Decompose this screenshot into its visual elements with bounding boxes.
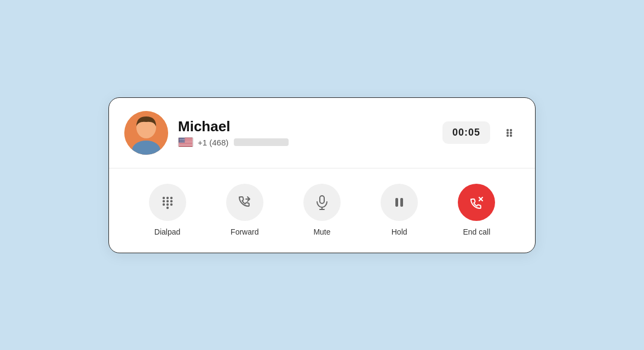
svg-point-50 xyxy=(162,196,164,199)
us-flag-icon xyxy=(178,137,193,147)
svg-point-31 xyxy=(183,140,183,141)
svg-point-53 xyxy=(162,200,164,202)
svg-point-48 xyxy=(507,134,509,136)
svg-rect-63 xyxy=(395,198,398,207)
svg-point-18 xyxy=(181,139,181,139)
call-header-right: 00:05 xyxy=(442,121,520,144)
svg-rect-64 xyxy=(400,198,403,207)
caller-number: +1 (468) xyxy=(178,137,433,147)
hold-label: Hold xyxy=(392,228,407,236)
svg-point-45 xyxy=(510,129,512,131)
svg-point-55 xyxy=(170,200,172,202)
svg-point-32 xyxy=(183,140,184,141)
svg-rect-60 xyxy=(320,196,324,203)
svg-point-52 xyxy=(170,196,172,199)
svg-point-23 xyxy=(180,139,181,140)
svg-point-54 xyxy=(166,200,168,202)
svg-point-22 xyxy=(179,139,180,140)
svg-point-57 xyxy=(166,203,168,205)
svg-point-36 xyxy=(182,141,183,142)
mute-label: Mute xyxy=(313,228,330,236)
svg-point-11 xyxy=(179,138,180,139)
svg-point-28 xyxy=(180,140,180,141)
svg-point-27 xyxy=(184,139,185,140)
svg-point-38 xyxy=(184,141,185,142)
svg-point-58 xyxy=(170,203,172,205)
dialpad-label: Dialpad xyxy=(154,228,180,236)
avatar xyxy=(124,111,168,155)
mute-button[interactable] xyxy=(303,184,341,221)
svg-point-43 xyxy=(183,142,184,142)
mute-icon xyxy=(315,195,329,210)
svg-point-16 xyxy=(184,138,185,139)
svg-point-30 xyxy=(182,140,182,141)
svg-point-35 xyxy=(181,141,182,142)
svg-point-44 xyxy=(507,129,509,131)
forward-button[interactable] xyxy=(226,184,263,221)
svg-rect-8 xyxy=(179,144,193,144)
svg-point-24 xyxy=(181,139,182,140)
svg-point-40 xyxy=(181,142,181,142)
svg-point-12 xyxy=(180,138,181,139)
svg-point-47 xyxy=(510,131,512,133)
svg-point-21 xyxy=(183,139,184,139)
svg-point-59 xyxy=(166,206,168,208)
svg-rect-7 xyxy=(179,143,193,143)
svg-point-49 xyxy=(510,134,512,136)
caller-info: Michael xyxy=(178,118,433,147)
forward-icon xyxy=(237,195,253,210)
svg-point-51 xyxy=(166,196,168,199)
caller-name: Michael xyxy=(178,118,433,135)
svg-point-19 xyxy=(182,139,182,139)
call-actions: Dialpad Forward xyxy=(109,168,535,253)
hold-action[interactable]: Hold xyxy=(381,184,418,236)
svg-point-34 xyxy=(180,141,181,142)
svg-point-37 xyxy=(183,141,183,142)
forward-action[interactable]: Forward xyxy=(226,184,263,236)
svg-point-14 xyxy=(182,138,183,139)
end-call-action[interactable]: End call xyxy=(458,184,495,236)
svg-point-41 xyxy=(182,142,182,142)
mute-action[interactable]: Mute xyxy=(303,184,341,236)
svg-point-33 xyxy=(179,141,180,142)
dialpad-action[interactable]: Dialpad xyxy=(149,184,186,236)
svg-point-39 xyxy=(180,142,180,142)
svg-rect-9 xyxy=(179,145,193,146)
svg-point-17 xyxy=(180,139,180,139)
end-call-button[interactable] xyxy=(458,184,495,221)
svg-point-29 xyxy=(181,140,181,141)
end-call-icon xyxy=(468,195,485,210)
end-call-label: End call xyxy=(463,228,490,236)
hold-icon xyxy=(392,195,406,210)
svg-point-46 xyxy=(507,131,509,133)
svg-point-56 xyxy=(162,203,164,205)
svg-point-42 xyxy=(183,142,183,142)
dialpad-icon xyxy=(160,195,175,210)
more-options-icon xyxy=(503,127,515,139)
more-menu-button[interactable] xyxy=(499,125,520,141)
call-timer: 00:05 xyxy=(442,121,490,144)
svg-point-15 xyxy=(183,138,183,139)
forward-label: Forward xyxy=(231,228,258,236)
phone-number: +1 (468) xyxy=(198,138,228,147)
svg-point-13 xyxy=(181,138,182,139)
dialpad-button[interactable] xyxy=(149,184,186,221)
call-card: Michael xyxy=(108,97,536,253)
svg-point-26 xyxy=(183,139,183,140)
svg-point-20 xyxy=(183,139,183,139)
phone-number-redacted xyxy=(234,138,289,146)
call-top-section: Michael xyxy=(109,98,535,168)
svg-point-25 xyxy=(182,139,183,140)
hold-button[interactable] xyxy=(381,184,418,221)
